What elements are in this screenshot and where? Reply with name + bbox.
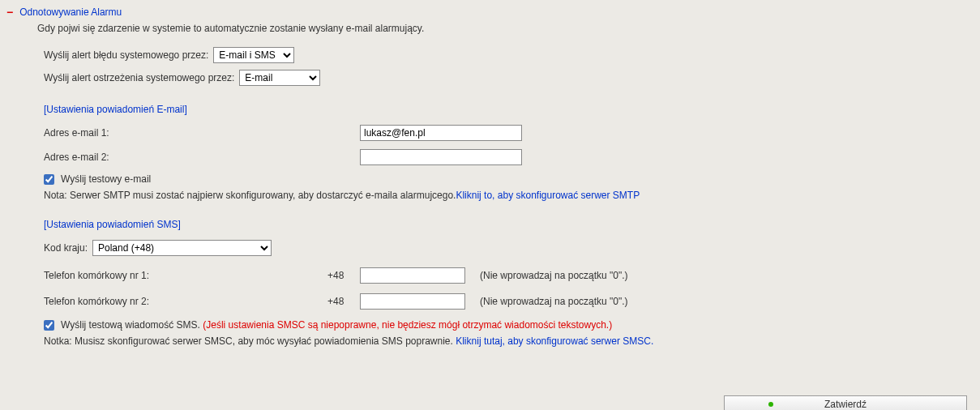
submit-button[interactable]: Zatwierdź — [724, 395, 967, 410]
phone1-label: Telefon komórkowy nr 1: — [44, 270, 327, 281]
email-note-text: Nota: Serwer SMTP musi zostać najpierw s… — [44, 190, 456, 201]
phone1-prefix: +48 — [327, 270, 360, 281]
email-test-label: Wyślij testowy e-mail — [61, 173, 151, 185]
error-alert-select[interactable]: E-mail i SMS — [213, 47, 294, 63]
phone1-input[interactable] — [360, 267, 465, 284]
phone1-hint: (Nie wprowadzaj na początku "0".) — [480, 270, 628, 281]
email-section-heading: [Ustawienia powiadomień E-mail] — [44, 104, 974, 115]
sms-test-warning: (Jeśli ustawienia SMSC są niepoprawne, n… — [203, 319, 612, 331]
phone2-input[interactable] — [360, 293, 465, 310]
email1-label: Adres e-mail 1: — [44, 127, 360, 139]
email1-input[interactable] — [360, 125, 522, 141]
section-title: Odnotowywanie Alarmu — [19, 6, 122, 18]
warn-alert-select[interactable]: E-mail — [239, 70, 320, 86]
sms-note-text: Notka: Musisz skonfigurować serwer SMSC,… — [44, 335, 456, 347]
section-header: − Odnotowywanie Alarmu — [6, 6, 974, 18]
email2-input[interactable] — [360, 149, 522, 165]
phone2-prefix: +48 — [327, 296, 360, 307]
collapse-icon[interactable]: − — [6, 6, 13, 18]
phone2-label: Telefon komórkowy nr 2: — [44, 296, 327, 307]
submit-button-label: Zatwierdź — [824, 399, 867, 410]
warn-alert-label: Wyślij alert ostrzeżenia systemowego prz… — [44, 72, 234, 83]
sms-section-heading: [Ustawienia powiadomień SMS] — [44, 219, 974, 230]
error-alert-label: Wyślij alert błędu systemowego przez: — [44, 49, 208, 61]
sms-test-checkbox[interactable] — [44, 320, 54, 331]
status-dot-icon — [768, 402, 773, 407]
country-label: Kod kraju: — [44, 242, 92, 254]
email2-label: Adres e-mail 2: — [44, 152, 360, 163]
smsc-config-link[interactable]: Kliknij tutaj, aby skonfigurować serwer … — [456, 335, 653, 347]
phone2-hint: (Nie wprowadzaj na początku "0".) — [480, 296, 628, 307]
email-test-checkbox[interactable] — [44, 174, 54, 185]
intro-text: Gdy pojwi się zdarzenie w systemie to au… — [37, 23, 974, 34]
sms-test-label: Wyślij testową wiadomość SMS. — [61, 319, 200, 331]
smtp-config-link[interactable]: Kliknij to, aby skonfigurować serwer SMT… — [456, 190, 640, 201]
country-select[interactable]: Poland (+48) — [92, 240, 272, 256]
